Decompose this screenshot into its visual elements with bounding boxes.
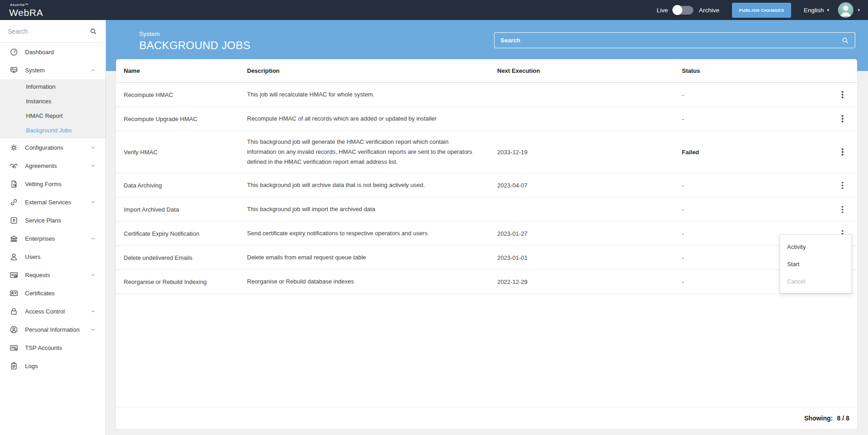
sidebar-item-logs[interactable]: Logs xyxy=(0,357,106,375)
menu-item-cancel: Cancel xyxy=(780,273,851,290)
sidebar-item-dashboard[interactable]: Dashboard xyxy=(0,43,106,61)
sidebar-item-label: Agreements xyxy=(25,162,84,169)
job-name: Reorganise or Rebuild Indexing xyxy=(116,278,247,285)
top-bar: Ascertia™ WebRA Live Archive PUBLISH CHA… xyxy=(0,0,868,20)
id-card-icon xyxy=(10,289,18,298)
sidebar-item-label: Enterprises xyxy=(25,235,84,242)
job-status: Failed xyxy=(682,149,828,156)
sidebar-item-background-jobs[interactable]: Background Jobs xyxy=(0,123,106,138)
column-header-status: Status xyxy=(682,67,828,74)
user-icon xyxy=(838,2,853,18)
table-row-data-archiving: Data ArchivingThis background job will a… xyxy=(116,173,857,197)
language-dropdown[interactable]: English ▾ xyxy=(804,7,829,14)
profile-chevron-down-icon[interactable]: ▾ xyxy=(858,8,860,12)
brand-product: WebRA xyxy=(9,8,43,17)
avatar[interactable] xyxy=(838,2,853,18)
row-actions-kebab[interactable] xyxy=(838,89,848,101)
sidebar-search-input[interactable]: Search xyxy=(0,20,106,43)
archive-label: Archive xyxy=(699,7,719,14)
chevron-up-icon xyxy=(91,68,96,73)
sidebar-item-instances[interactable]: Instances xyxy=(0,94,106,109)
sidebar-item-users[interactable]: Users xyxy=(0,248,106,266)
sidebar-item-personal-information[interactable]: Personal Information xyxy=(0,320,106,339)
sidebar-item-external-services[interactable]: External Services xyxy=(0,193,106,211)
table-row-verify-hmac: Verify HMACThis background job will gene… xyxy=(116,131,857,173)
sidebar-item-vetting-forms[interactable]: Vetting Forms xyxy=(0,175,106,193)
table-row-recompute-hmac: Recompute HMACThis job will recalculate … xyxy=(116,83,857,107)
table-search-input[interactable]: Search xyxy=(494,32,855,48)
breadcrumb: System xyxy=(139,30,250,37)
sidebar-item-access-control[interactable]: Access Control xyxy=(0,302,106,320)
chevron-down-icon xyxy=(91,273,96,278)
sidebar-item-certificates[interactable]: Certificates xyxy=(0,284,106,302)
toggle-knob[interactable] xyxy=(672,5,682,15)
sidebar-item-label: Dashboard xyxy=(25,49,96,56)
background-jobs-panel: Name Description Next Execution Status R… xyxy=(116,59,857,429)
page-title-block: System BACKGROUND JOBS xyxy=(139,30,250,52)
sidebar-item-enterprises[interactable]: Enterprises xyxy=(0,229,106,248)
table-row-delete-undelivered-emails: Delete undelivered EmailsDelete emails f… xyxy=(116,246,857,270)
chevron-down-icon: ▾ xyxy=(827,8,829,12)
card-clock-icon xyxy=(10,271,18,279)
sidebar-item-label: Personal Information xyxy=(25,326,84,333)
sidebar-item-configurations[interactable]: Configurations xyxy=(0,138,106,157)
search-icon xyxy=(90,28,97,35)
sidebar-item-requests[interactable]: Requests xyxy=(0,266,106,284)
job-next-execution: 2022-12-29 xyxy=(497,278,682,285)
column-header-description: Description xyxy=(247,67,497,74)
job-next-execution: 2023-04-07 xyxy=(497,182,682,189)
menu-item-start[interactable]: Start xyxy=(780,255,851,273)
sidebar-item-label: Vetting Forms xyxy=(25,181,96,187)
sidebar-item-label: TSP Accounts xyxy=(25,344,96,351)
gear-icon xyxy=(10,143,18,152)
topbar-controls: Live Archive PUBLISH CHANGES English ▾ ▾ xyxy=(657,2,860,18)
handshake-icon xyxy=(10,162,18,170)
sidebar: Search DashboardSystemInformationInstanc… xyxy=(0,20,106,435)
sidebar-item-label: Service Plans xyxy=(25,217,96,224)
sidebar-submenu-system: InformationInstancesHMAC ReportBackgroun… xyxy=(0,79,106,138)
table-footer: Showing: 8 / 8 xyxy=(116,407,857,429)
sidebar-nav: DashboardSystemInformationInstancesHMAC … xyxy=(0,43,106,375)
row-actions-kebab[interactable] xyxy=(838,179,848,191)
sidebar-item-label: Access Control xyxy=(25,308,84,315)
chevron-down-icon xyxy=(91,309,96,314)
column-header-next-execution: Next Execution xyxy=(497,67,682,74)
column-header-name: Name xyxy=(116,67,247,74)
sidebar-item-hmac-report[interactable]: HMAC Report xyxy=(0,109,106,123)
job-name: Import Archived Data xyxy=(116,206,247,213)
table-header-row: Name Description Next Execution Status xyxy=(116,59,857,83)
live-archive-toggle[interactable] xyxy=(673,6,693,15)
job-status: - xyxy=(682,206,828,213)
job-name: Recompute Upgrade HMAC xyxy=(116,116,247,122)
job-description: This background job will archive data th… xyxy=(247,174,497,196)
chevron-down-icon xyxy=(91,327,96,332)
gauge-icon xyxy=(10,48,18,56)
sidebar-item-system[interactable]: System xyxy=(0,61,106,79)
user-circle-icon xyxy=(10,325,18,334)
page-title: BACKGROUND JOBS xyxy=(139,39,250,52)
table-row-certificate-expiry-notification: Certificate Expiry NotificationSend cert… xyxy=(116,222,857,246)
job-description: This background job will generate the HM… xyxy=(247,131,497,173)
chevron-down-icon xyxy=(91,145,96,150)
sidebar-item-label: External Services xyxy=(25,199,84,206)
sidebar-item-service-plans[interactable]: Service Plans xyxy=(0,211,106,229)
row-actions-kebab[interactable] xyxy=(838,203,848,215)
job-name: Verify HMAC xyxy=(116,149,247,156)
menu-item-activity[interactable]: Activity xyxy=(780,238,851,255)
row-actions-kebab[interactable] xyxy=(838,113,848,125)
main-content: System BACKGROUND JOBS Search Name Descr… xyxy=(106,20,868,435)
publish-changes-button[interactable]: PUBLISH CHANGES xyxy=(732,3,791,18)
live-label: Live xyxy=(657,7,668,14)
job-name: Data Archiving xyxy=(116,182,247,189)
job-description: Send certificate expiry notifications to… xyxy=(247,223,497,244)
sidebar-item-information[interactable]: Information xyxy=(0,80,106,94)
job-next-execution: 2023-01-27 xyxy=(497,230,682,237)
table-body: Recompute HMACThis job will recalculate … xyxy=(116,83,857,294)
lock-icon xyxy=(10,307,18,316)
row-actions-kebab[interactable] xyxy=(838,146,848,158)
sidebar-item-agreements[interactable]: Agreements xyxy=(0,157,106,175)
job-description: This background job will import the arch… xyxy=(247,198,497,220)
sidebar-item-tsp-accounts[interactable]: TSP Accounts xyxy=(0,339,106,357)
job-name: Certificate Expiry Notification xyxy=(116,230,247,237)
form-check-icon xyxy=(10,180,18,188)
